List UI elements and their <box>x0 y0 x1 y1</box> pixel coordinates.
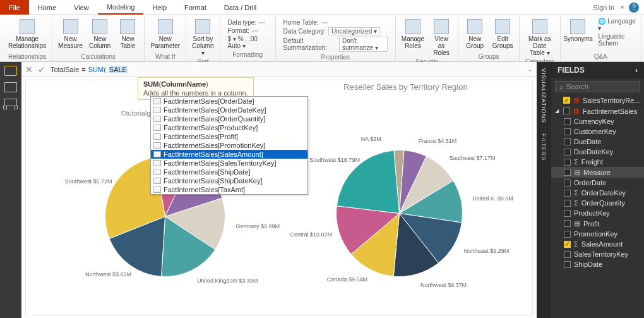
tab-format[interactable]: Format <box>176 1 215 14</box>
fields-field-row[interactable]: CurrencyKey <box>551 116 644 126</box>
ribbon-property-row[interactable]: Data Category:Uncategorized ▾ <box>283 27 388 35</box>
checkbox-icon[interactable] <box>564 261 571 268</box>
fields-field-row[interactable]: ΣFreight <box>551 157 644 167</box>
checkbox-icon[interactable] <box>564 118 571 125</box>
checkbox-icon[interactable]: ✓ <box>563 97 570 104</box>
checkbox-icon[interactable] <box>564 231 571 238</box>
column-icon <box>153 142 161 149</box>
autocomplete-item[interactable]: FactInternetSales[SalesAmount] <box>151 150 307 159</box>
checkbox-icon[interactable] <box>564 138 571 145</box>
ribbon-property-row[interactable]: Default Summarization:Don't summarize ▾ <box>283 37 388 52</box>
data-view-icon[interactable] <box>4 82 17 92</box>
fields-field-row[interactable]: SalesTerritoryKey <box>551 249 644 259</box>
formula-input[interactable]: TotalSale = SUM(SALE <box>51 66 522 73</box>
ribbon-button[interactable]: Mark asDate Table ▾ <box>523 18 556 58</box>
measure-icon: ▤ <box>574 168 580 176</box>
ribbon-button[interactable]: NewColumn <box>87 18 112 52</box>
model-view-icon[interactable] <box>4 99 17 106</box>
visualizations-pane-tab[interactable]: VISUALIZATIONS <box>540 66 547 126</box>
formula-cancel-icon[interactable]: ✕ <box>25 64 33 75</box>
ribbon-button[interactable]: View asRoles <box>429 18 454 58</box>
filters-pane-tab[interactable]: FILTERS <box>540 131 547 163</box>
checkbox-icon[interactable]: ✓ <box>564 241 571 248</box>
fields-field-row[interactable]: ▤Profit <box>551 218 644 229</box>
ribbon-button[interactable]: Synonyms <box>564 18 592 52</box>
help-icon[interactable]: ? <box>629 3 639 13</box>
ribbon-button[interactable]: NewTable <box>115 18 140 52</box>
autocomplete-item[interactable]: FactInternetSales[SalesTerritoryKey] <box>151 159 307 168</box>
autocomplete-list[interactable]: FactInternetSales[OrderDate]FactInternet… <box>150 96 308 195</box>
table-icon: ▦ <box>573 107 580 115</box>
chart-reseller-sales[interactable]: Reseller Sales by Territory Region NA $2… <box>279 80 532 315</box>
ribbon-button-icon <box>405 19 420 34</box>
autocomplete-item[interactable]: FactInternetSales[OrderDateKey] <box>151 106 307 114</box>
fields-field-row[interactable]: ProductKey <box>551 208 644 218</box>
autocomplete-item[interactable]: FactInternetSales[ShipDate] <box>151 168 307 176</box>
fields-field-row[interactable]: ΣOrderDateKey <box>551 188 644 198</box>
fields-field-row[interactable]: ShipDate <box>551 259 644 269</box>
checkbox-icon[interactable] <box>564 220 571 227</box>
ribbon-property-row[interactable]: $ ▾ % , .00 Auto ▾ <box>228 35 268 49</box>
fields-field-row[interactable]: CustomerKey <box>551 126 644 137</box>
ribbon-button[interactable]: NewParameter <box>148 18 182 52</box>
checkbox-icon[interactable] <box>564 159 571 166</box>
ribbon-group-label: Properties <box>280 53 391 61</box>
file-menu[interactable]: File <box>0 0 29 15</box>
checkbox-icon[interactable] <box>564 169 571 176</box>
ribbon-button-icon <box>120 19 135 34</box>
autocomplete-item[interactable]: FactInternetSales[TaxAmt] <box>151 185 307 194</box>
checkbox-icon[interactable] <box>564 128 571 135</box>
checkbox-icon[interactable] <box>564 210 571 217</box>
fields-field-row[interactable]: ▤Measure <box>551 167 644 178</box>
tab-data-drill[interactable]: Data / Drill <box>215 1 265 14</box>
autocomplete-item[interactable]: FactInternetSales[ShipDateKey] <box>151 176 307 185</box>
checkbox-icon[interactable] <box>563 107 570 114</box>
checkbox-icon[interactable] <box>564 149 571 156</box>
ribbon-button[interactable]: NewMeasure <box>56 18 85 52</box>
formula-expand-icon[interactable]: ⌄ <box>527 65 533 73</box>
ribbon-extra-item[interactable]: Linguistic Schem <box>598 33 637 47</box>
fields-search-input[interactable]: ⌕ Search <box>555 81 640 92</box>
fields-table-header[interactable]: ✓▦SalesTerritoryRe... <box>551 95 644 106</box>
ribbon-property-row[interactable]: Format: <box>228 27 268 34</box>
fields-table-header[interactable]: ◢▦FactInternetSales <box>551 106 644 116</box>
fields-field-row[interactable]: DueDate <box>551 137 644 147</box>
sigma-icon: Σ <box>574 158 578 166</box>
ribbon-property-row[interactable]: Data type: <box>228 19 268 26</box>
autocomplete-item[interactable]: FactInternetSales[ProductKey] <box>151 123 307 132</box>
autocomplete-item[interactable]: FactInternetSales[PromotionKey] <box>151 141 307 150</box>
ribbon-button[interactable]: EditGroups <box>490 18 515 52</box>
ribbon-button[interactable]: ManageRelationships <box>6 18 48 52</box>
checkbox-icon[interactable] <box>564 180 571 187</box>
ribbon-property-row[interactable]: Home Table: <box>283 19 388 26</box>
fields-pane-collapse-icon[interactable]: › <box>635 66 638 75</box>
fields-field-row[interactable]: PromotionKey <box>551 229 644 239</box>
ribbon-extra-item[interactable]: 🌐 Language ▾ <box>598 18 637 32</box>
tab-home[interactable]: Home <box>29 1 65 14</box>
checkbox-icon[interactable] <box>564 200 571 207</box>
ribbon-button[interactable]: NewGroup <box>462 18 487 52</box>
ribbon-group: ManageRelationshipsRelationships <box>3 16 52 61</box>
pie-slice[interactable] <box>337 150 399 214</box>
autocomplete-item[interactable]: FactInternetSales[Profit] <box>151 132 307 141</box>
formula-commit-icon[interactable]: ✓ <box>38 64 45 75</box>
column-icon <box>153 133 161 140</box>
search-icon: ⌕ <box>559 83 564 90</box>
ribbon-button[interactable]: ManageRoles <box>400 18 426 58</box>
sign-in-link[interactable]: Sign in <box>587 1 621 14</box>
autocomplete-item[interactable]: FactInternetSales[OrderDate] <box>151 97 307 106</box>
fields-field-row[interactable]: DueDateKey <box>551 147 644 157</box>
autocomplete-item[interactable]: FactInternetSales[OrderQuantity] <box>151 114 307 123</box>
fields-field-row[interactable]: ΣOrderQuantity <box>551 198 644 208</box>
tab-modeling[interactable]: Modeling <box>98 1 144 15</box>
ribbon-button[interactable]: Sort byColumn ▾ <box>190 18 215 58</box>
table-icon: ▦ <box>573 96 580 104</box>
fields-field-row[interactable]: OrderDate <box>551 178 644 188</box>
column-icon <box>153 160 161 166</box>
tab-view[interactable]: View <box>65 1 98 14</box>
checkbox-icon[interactable] <box>564 190 571 197</box>
report-view-icon[interactable] <box>4 66 17 76</box>
fields-field-row[interactable]: ✓ΣSalesAmount <box>551 239 644 249</box>
checkbox-icon[interactable] <box>564 251 571 258</box>
tab-help[interactable]: Help <box>143 1 176 14</box>
